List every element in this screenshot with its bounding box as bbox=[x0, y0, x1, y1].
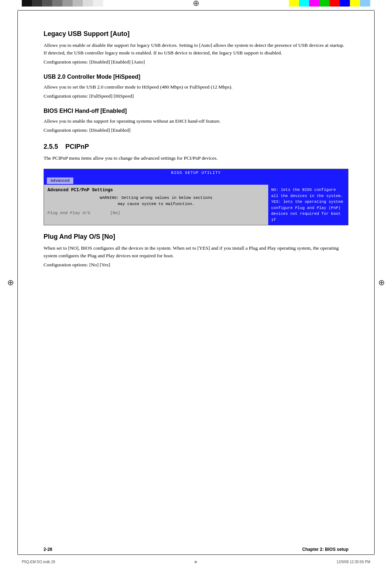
bios-menu-item-label: Plug And Play O/S bbox=[48, 210, 90, 215]
footer-page-number: 2-28 bbox=[44, 547, 52, 552]
bios-menu-item-value: [No] bbox=[110, 210, 121, 215]
bios-menu-item: Plug And Play O/S [No] bbox=[48, 210, 265, 216]
bios-screenshot: BIOS SETUP UTILITY Advanced Advanced PCI… bbox=[44, 169, 348, 225]
usb-controller-config: Configuration options: [FullSpeed] [HiSp… bbox=[44, 93, 348, 100]
bios-right-panel: NO: lets the BIOS configure all the devi… bbox=[268, 185, 348, 225]
bios-panel-title: Advanced PCI/PnP Settings bbox=[48, 187, 265, 193]
bottom-crosshair-icon: ⊕ bbox=[194, 560, 197, 564]
swatch-r5 bbox=[330, 0, 340, 7]
swatch-8 bbox=[93, 0, 103, 7]
legacy-usb-body: Allows you to enable or disable the supp… bbox=[44, 42, 348, 57]
top-crosshair-icon: ⊕ bbox=[193, 0, 199, 8]
swatch-r6 bbox=[340, 0, 350, 7]
bios-tab-advanced: Advanced bbox=[47, 177, 73, 184]
swatch-2 bbox=[32, 0, 42, 7]
top-center: ⊕ bbox=[103, 0, 289, 7]
bottom-bar-right: 12/9/08 12:35:56 PM bbox=[336, 560, 370, 564]
bottom-bar: P5Q-EM DO.indb 28 ⊕ 12/9/08 12:35:56 PM bbox=[0, 558, 392, 565]
bios-left-panel: Advanced PCI/PnP Settings WARNING: Setti… bbox=[44, 185, 268, 225]
bios-screen-header: BIOS SETUP UTILITY bbox=[44, 169, 348, 177]
swatch-5 bbox=[62, 0, 73, 7]
page-border-right bbox=[374, 11, 375, 554]
bios-body: Advanced PCI/PnP Settings WARNING: Setti… bbox=[44, 185, 348, 225]
legacy-usb-title: Legacy USB Support [Auto] bbox=[44, 29, 348, 39]
color-swatches-right bbox=[289, 0, 370, 7]
usb-controller-title: USB 2.0 Controller Mode [HiSpeed] bbox=[44, 73, 348, 81]
legacy-usb-config: Configuration options: [Disabled] [Enabl… bbox=[44, 58, 348, 66]
usb-controller-body: Allows you to set the USB 2.0 controller… bbox=[44, 83, 348, 91]
bios-ehci-config: Configuration options: [Disabled] [Enabl… bbox=[44, 127, 348, 134]
swatch-r7 bbox=[350, 0, 360, 7]
bios-help-text: NO: lets the BIOS configure all the devi… bbox=[271, 188, 343, 222]
top-color-bar: ⊕ bbox=[0, 0, 392, 7]
swatch-r4 bbox=[319, 0, 330, 7]
swatch-1 bbox=[22, 0, 32, 7]
swatch-7 bbox=[83, 0, 93, 7]
page-border-bottom bbox=[17, 554, 375, 555]
plug-play-body1: When set to [NO], BIOS configures all th… bbox=[44, 245, 348, 260]
bios-warning-line2: may cause system to malfunction. bbox=[118, 202, 194, 206]
swatch-4 bbox=[52, 0, 62, 7]
plug-play-config: Configuration options: [No] [Yes] bbox=[44, 261, 348, 269]
plug-play-title: Plug And Play O/S [No] bbox=[44, 232, 348, 242]
swatch-r1 bbox=[289, 0, 299, 7]
swatch-r8 bbox=[360, 0, 370, 7]
bios-tab-row: Advanced bbox=[44, 177, 348, 185]
bottom-bar-left: P5Q-EM DO.indb 28 bbox=[22, 560, 55, 564]
swatch-r3 bbox=[309, 0, 319, 7]
pcipnp-intro: The PCIPnP menu items allow you to chang… bbox=[44, 155, 348, 162]
color-swatches-left bbox=[22, 0, 103, 7]
left-crosshair-icon: ⊕ bbox=[7, 278, 14, 287]
bios-ehci-title: BIOS EHCI Hand-off [Enabled] bbox=[44, 107, 348, 115]
pcipnp-section-number: 2.5.5 PCIPnP bbox=[44, 142, 348, 152]
bios-ehci-body: Allows you to enable the support for ope… bbox=[44, 118, 348, 125]
swatch-r2 bbox=[299, 0, 309, 7]
pcipnp-number: 2.5.5 bbox=[44, 143, 58, 150]
footer-chapter: Chapter 2: BIOS setup bbox=[302, 547, 348, 552]
swatch-6 bbox=[73, 0, 83, 7]
page-border-top bbox=[17, 10, 375, 11]
main-content: Legacy USB Support [Auto] Allows you to … bbox=[44, 29, 348, 270]
swatch-3 bbox=[42, 0, 52, 7]
footer: 2-28 Chapter 2: BIOS setup bbox=[44, 547, 348, 552]
page-border-left bbox=[17, 11, 18, 554]
bios-warning-text: WARNING: Setting wrong values in below s… bbox=[48, 195, 265, 207]
pcipnp-title: PCIPnP bbox=[65, 143, 89, 150]
bios-warning-line1: WARNING: Setting wrong values in below s… bbox=[100, 196, 212, 200]
right-crosshair-icon: ⊕ bbox=[378, 278, 385, 287]
